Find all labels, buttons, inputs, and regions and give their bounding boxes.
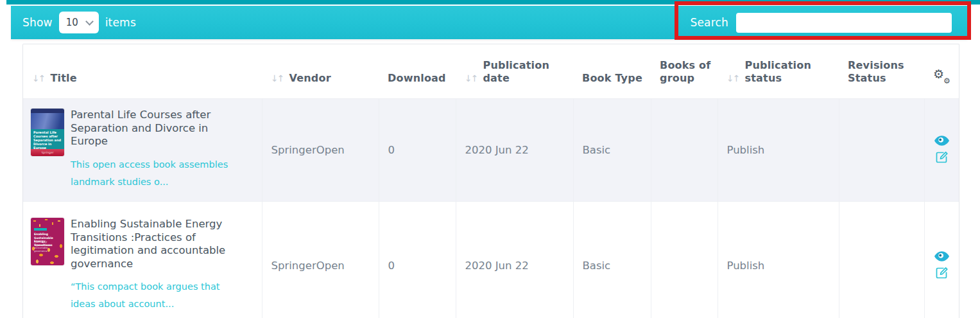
- column-header-revisions-status: Revisions Status: [839, 44, 924, 98]
- edit-icon: [935, 150, 949, 164]
- table-header-row: ↓↑ Title ↓↑ Vendor Download: [23, 44, 959, 98]
- gears-icon: ⚙ ⚙: [933, 68, 950, 84]
- book-cover-thumbnail: Enabling Sustainable Energy Transitions …: [31, 218, 64, 265]
- publication-date-cell: 2020 Jun 22: [456, 201, 573, 318]
- view-button[interactable]: [934, 251, 949, 261]
- publication-date-cell: 2020 Jun 22: [456, 98, 573, 201]
- book-title-link[interactable]: Enabling Sustainable Energy Transitions …: [71, 218, 235, 270]
- book-type-cell: Basic: [573, 98, 651, 201]
- actions-cell: [924, 201, 959, 318]
- publication-status-cell: Publish: [718, 201, 839, 318]
- edit-icon: [935, 266, 949, 279]
- edit-button[interactable]: [935, 150, 949, 164]
- books-list-page: Show 10 items Search ↓↑ T: [0, 0, 980, 318]
- table-row: Parental Life Courses after Separation a…: [23, 98, 959, 201]
- download-cell: 0: [379, 98, 456, 201]
- eye-icon: [934, 136, 949, 146]
- books-table-card: ↓↑ Title ↓↑ Vendor Download: [22, 44, 959, 318]
- title-cell: Parental Life Courses after Separation a…: [23, 98, 262, 201]
- book-title-link[interactable]: Parental Life Courses after Separation a…: [71, 109, 235, 148]
- column-settings-button[interactable]: ⚙ ⚙: [924, 44, 959, 98]
- eye-icon: [934, 251, 949, 261]
- revisions-status-cell: [839, 98, 924, 201]
- books-of-group-cell: [651, 201, 718, 318]
- actions-cell: [924, 98, 959, 201]
- view-button[interactable]: [934, 136, 949, 146]
- show-label: Show: [22, 16, 53, 29]
- book-description: “This compact book argues that ideas abo…: [71, 278, 245, 313]
- page-size-select[interactable]: 10: [59, 12, 99, 33]
- sort-icon: ↓↑: [465, 73, 478, 85]
- column-header-books-of-group: Books of group: [651, 44, 718, 98]
- column-header-publication-status[interactable]: ↓↑ Publication status: [718, 44, 839, 98]
- page-size-value: 10: [66, 17, 78, 28]
- search-input[interactable]: [736, 13, 952, 33]
- book-type-cell: Basic: [573, 201, 651, 318]
- books-of-group-cell: [651, 98, 718, 201]
- search-group: Search: [690, 13, 952, 33]
- table-row: Enabling Sustainable Energy Transitions …: [23, 201, 959, 318]
- book-description: This open access book assembles landmark…: [71, 156, 245, 191]
- column-header-download: Download: [379, 44, 456, 98]
- column-header-book-type: Book Type: [573, 44, 651, 98]
- table-toolbar: Show 10 items Search: [11, 6, 967, 39]
- search-label: Search: [690, 16, 728, 29]
- sort-icon: ↓↑: [271, 73, 284, 85]
- vendor-cell: SpringerOpen: [262, 98, 379, 201]
- book-cover-thumbnail: Parental Life Courses after Separation a…: [31, 109, 64, 156]
- vendor-cell: SpringerOpen: [262, 201, 379, 318]
- sort-icon: ↓↑: [32, 73, 46, 85]
- sort-icon: ↓↑: [726, 73, 740, 85]
- column-header-title[interactable]: ↓↑ Title: [23, 44, 262, 98]
- items-label: items: [105, 16, 136, 29]
- column-header-publication-date[interactable]: ↓↑ Publication date: [456, 44, 573, 98]
- edit-button[interactable]: [935, 266, 949, 279]
- publication-status-cell: Publish: [718, 98, 839, 201]
- top-accent-strip: [6, 0, 980, 4]
- chevron-down-icon: [85, 17, 94, 26]
- revisions-status-cell: [839, 201, 924, 318]
- download-cell: 0: [379, 201, 456, 318]
- title-cell: Enabling Sustainable Energy Transitions …: [23, 201, 262, 318]
- column-header-vendor[interactable]: ↓↑ Vendor: [262, 44, 379, 98]
- books-table: ↓↑ Title ↓↑ Vendor Download: [23, 44, 959, 318]
